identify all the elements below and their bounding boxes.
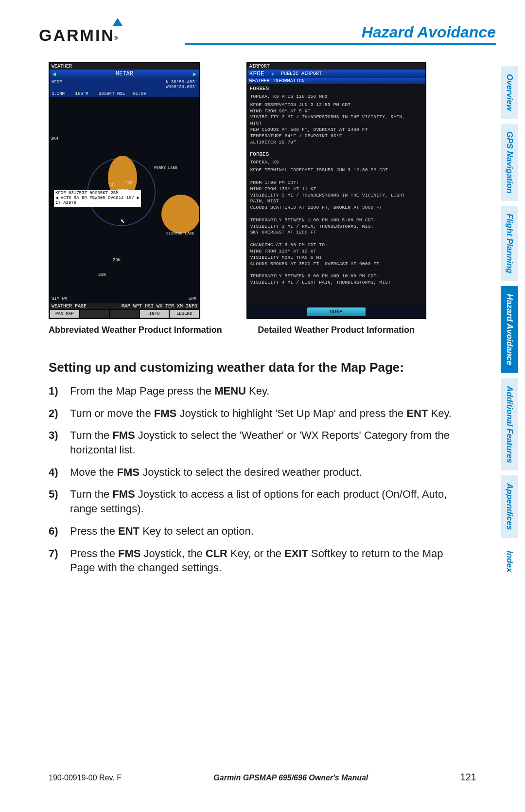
step-item: 1)From the Map Page press the MENU Key. [49,384,452,398]
logo-text: GARMIN [39,26,115,44]
step-number: 2) [49,406,70,421]
step-item: 6)Press the ENT Key to select an option. [49,524,452,539]
figure-a-caption: Abbreviated Weather Product Information [49,325,222,335]
forbes-s2: TOPEKA, KS [247,159,425,167]
lon: W095°39.033' [166,85,197,90]
step-text: Press the FMS Joystick, the CLR Key, or … [70,546,452,575]
metar-right-arrow-icon: ▶ [193,71,196,78]
softkey-panmap[interactable]: PAN MAP [50,309,80,318]
metar-text: KFOE OBSERVATION JUN 3 12:53 PM CDT WIND… [247,101,425,147]
label-39k: 39K [113,258,121,263]
garmin-logo-triangle-icon [113,18,122,26]
kfoe-bar: KFOE ◆ PUBLIC AIRPORT [247,70,425,78]
cursor-icon: ⬉ [120,217,125,226]
softkey-blank [109,309,140,318]
page-bar: WEATHER PAGE MAP WPT HSI WX TER XM INFO [50,303,199,309]
softkey-blank [80,309,110,318]
forbes-h1: FORBES [247,84,425,93]
airport-symbol-icon: ◆ [271,71,274,77]
step-number: 1) [49,384,70,398]
step-item: 7)Press the FMS Joystick, the CLR Key, o… [49,546,452,575]
page-nav-label: MAP WPT HSI WX TER XM INFO [122,304,197,309]
sim-wx-label: SIM WX [52,296,67,301]
section-title: Hazard Avoidance [185,23,496,45]
step-text: Press the ENT Key to select an option. [70,524,254,539]
step-item: 5)Turn the FMS Joystick to access a list… [49,487,452,516]
airport-bar: AIRPORT [247,63,425,70]
figure-detail-weather: AIRPORT KFOE ◆ PUBLIC AIRPORT WEATHER IN… [246,62,426,335]
step-number: 3) [49,428,70,457]
tab-gps-navigation[interactable]: GPS Navigation [501,124,518,201]
wx-blob [161,195,200,234]
forbes-s1: TOPEKA, KS ATIS 128.250 MHz [247,93,425,101]
tag-l2: VCTS RA BR FEW005 OVC014 18/ [61,196,134,200]
side-tabs: Overview GPS Navigation Flight Planning … [501,66,525,585]
wxinfo-bar: WEATHER INFORMATION [247,78,425,84]
tag-l3: 17 A2979 [55,201,140,206]
weather-page-label: WEATHER PAGE [52,304,87,309]
tag-left-arrow-icon: ◀ [55,196,58,200]
forbes-h2: FORBES [247,150,425,159]
figure-abbrev-weather: WEATHER ◀ METAR ▶ KFOE N 38°56.483' W095… [49,62,222,335]
step-number: 5) [49,487,70,516]
tab-hazard-avoidance[interactable]: Hazard Avoidance [501,286,518,373]
lat: N 38°56.483' [166,80,197,85]
step-number: 6) [49,524,70,539]
step-item: 4)Move the FMS Joystick to select the de… [49,465,452,480]
step-number: 4) [49,465,70,480]
step-list: 1)From the Map Page press the MENU Key.2… [49,384,452,575]
step-number: 7) [49,546,70,575]
tab-flight-planning[interactable]: Flight Planning [501,206,518,281]
taf-text: KFOE TERMINAL FORECAST ISSUED JUN 3 12:3… [247,166,425,287]
doc-rev: 190-00919-00 Rev. F [49,774,122,782]
weather-bar-label: WEATHER [52,64,72,69]
tab-overview[interactable]: Overview [501,66,518,119]
screen-weather-map: WEATHER ◀ METAR ▶ KFOE N 38°56.483' W095… [49,62,200,319]
screen-weather-info: AIRPORT KFOE ◆ PUBLIC AIRPORT WEATHER IN… [246,62,426,319]
softkey-row: PAN MAP INFO LEGEND [50,309,199,318]
tab-appendices[interactable]: Appendices [501,475,518,538]
tag-right-arrow-icon: ▶ [137,196,139,200]
doc-title: Garmin GPSMAP 695/696 Owner's Manual [213,774,368,782]
softkey-info[interactable]: INFO [140,309,170,318]
step-text: Turn the FMS Joystick to access a list o… [70,487,452,516]
step-text: Move the FMS Joystick to select the desi… [70,465,362,480]
done-button[interactable]: DONE [307,307,366,316]
label-53k: 53K [98,272,106,277]
label-clinton-lake: CLINTON LAKE [166,231,194,235]
label-to: TO [108,182,113,187]
label-perry-lake: PERRY LAKE [154,165,177,170]
metar-label: METAR [116,71,133,78]
tab-additional-features[interactable]: Additional Features [501,378,518,471]
registered-mark: ® [114,35,119,41]
airport-id: KFOE [249,70,264,77]
figure-row: WEATHER ◀ METAR ▶ KFOE N 38°56.483' W095… [49,62,426,335]
weather-bar: WEATHER [50,63,199,70]
label-3k4: 3K4 [51,136,58,141]
metar-left-arrow-icon: ◀ [52,71,56,78]
page-footer: 190-00919-00 Rev. F Garmin GPSMAP 695/69… [49,772,481,783]
label-top: TOP [125,181,133,186]
tab-index[interactable]: Index [501,543,518,580]
step-text: From the Map Page press the MENU Key. [70,384,269,398]
step-item: 3)Turn the FMS Joystick to select the 'W… [49,428,452,457]
setup-heading: Setting up and customizing weather data … [49,360,452,375]
step-item: 2)Turn or move the FMS Joystick to highl… [49,406,452,421]
body-content: Setting up and customizing weather data … [49,360,452,583]
garmin-logo: GARMIN® [39,26,120,45]
metar-tag: KFOE 031753Z 09005KT 2SM ◀ VCTS RA BR FE… [53,190,141,207]
map-area: PERRY LAKE CLINTON LAKE TOP TO KTOP 3K4 … [50,97,199,303]
metar-row: ◀ METAR ▶ [50,70,199,79]
nav-row: 3.1NM 165°M 1059FT MSL 01:59 [50,90,199,97]
figure-b-caption: Detailed Weather Product Information [246,325,426,335]
kfoe-row: KFOE N 38°56.483' W095°39.033' [50,79,199,90]
softkey-legend[interactable]: LEGEND [169,309,199,318]
airport-type: PUBLIC AIRPORT [281,71,322,76]
step-text: Turn the FMS Joystick to select the 'Wea… [70,428,452,457]
step-text: Turn or move the FMS Joystick to highlig… [70,406,452,421]
map-scale: 5NM [189,296,196,301]
kfoe-id: KFOE [52,80,62,90]
page-number: 121 [460,772,476,783]
